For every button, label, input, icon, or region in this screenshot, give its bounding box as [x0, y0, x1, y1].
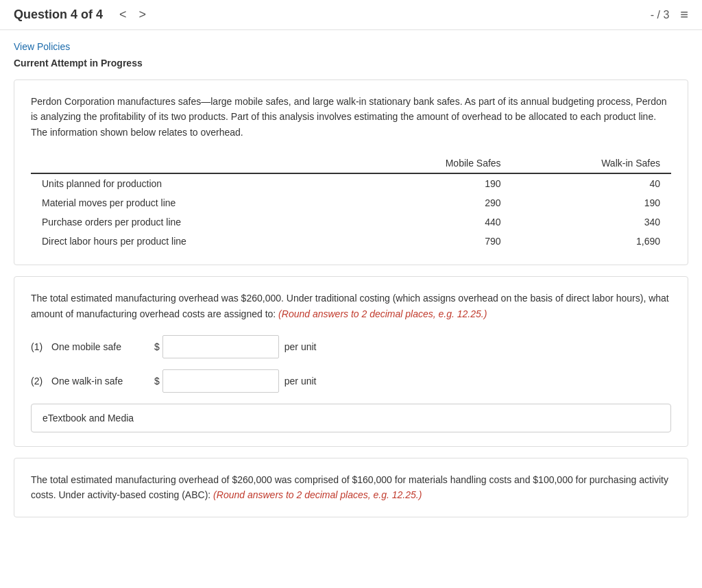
- question-3-text: The total estimated manufacturing overhe…: [31, 472, 671, 503]
- row-label: Units planned for production: [31, 173, 359, 193]
- answer-2-num: (2): [31, 376, 51, 387]
- row-label: Direct labor hours per product line: [31, 232, 359, 251]
- row-label: Material moves per product line: [31, 193, 359, 212]
- answer-2-label: One walk-in safe: [51, 376, 154, 387]
- view-policies-link[interactable]: View Policies: [14, 41, 688, 52]
- table-row: Material moves per product line 290 190: [31, 193, 671, 212]
- score-display: - / 3: [651, 9, 670, 21]
- prev-button[interactable]: <: [117, 8, 130, 22]
- question-2-round: (Round answers to 2 decimal places, e.g.…: [278, 308, 487, 319]
- row-mobile: 190: [359, 173, 512, 193]
- col1-header: Mobile Safes: [359, 154, 512, 173]
- page-header: Question 4 of 4 < > - / 3 ≡: [0, 0, 702, 30]
- row-walkin: 40: [512, 173, 671, 193]
- col2-header: Walk-in Safes: [512, 154, 671, 173]
- answer-2-per-unit: per unit: [285, 376, 317, 387]
- navigation-arrows: < >: [117, 8, 149, 22]
- question-2-text: The total estimated manufacturing overhe…: [31, 291, 671, 321]
- next-button[interactable]: >: [136, 8, 149, 22]
- row-mobile: 440: [359, 212, 512, 232]
- list-icon[interactable]: ≡: [680, 7, 688, 23]
- question-card-3: The total estimated manufacturing overhe…: [14, 458, 688, 517]
- answer-1-per-unit: per unit: [285, 341, 317, 352]
- answer-row-2: (2) One walk-in safe $ per unit: [31, 369, 671, 393]
- answer-2-input[interactable]: [162, 369, 279, 393]
- table-row: Purchase orders per product line 440 340: [31, 212, 671, 232]
- row-mobile: 790: [359, 232, 512, 251]
- page-content: View Policies Current Attempt in Progres…: [0, 30, 702, 539]
- problem-text: Perdon Corporation manufactures safes—la…: [31, 94, 671, 140]
- current-attempt-label: Current Attempt in Progress: [14, 58, 688, 69]
- problem-card: Perdon Corporation manufactures safes—la…: [14, 79, 688, 265]
- row-walkin: 190: [512, 193, 671, 212]
- data-table: Mobile Safes Walk-in Safes Units planned…: [31, 154, 671, 251]
- row-label: Purchase orders per product line: [31, 212, 359, 232]
- question-title: Question 4 of 4: [14, 8, 103, 22]
- row-walkin: 1,690: [512, 232, 671, 251]
- answer-1-input[interactable]: [162, 335, 279, 358]
- row-walkin: 340: [512, 212, 671, 232]
- row-mobile: 290: [359, 193, 512, 212]
- answer-2-dollar: $: [154, 376, 160, 387]
- answer-1-num: (1): [31, 341, 51, 352]
- etextbook-button[interactable]: eTextbook and Media: [31, 404, 671, 432]
- question-3-round: (Round answers to 2 decimal places, e.g.…: [213, 489, 422, 500]
- question-card-2: The total estimated manufacturing overhe…: [14, 276, 688, 447]
- answer-row-1: (1) One mobile safe $ per unit: [31, 335, 671, 358]
- answer-1-label: One mobile safe: [51, 341, 154, 352]
- table-row: Units planned for production 190 40: [31, 173, 671, 193]
- answer-1-dollar: $: [154, 341, 160, 352]
- header-right: - / 3 ≡: [651, 7, 688, 23]
- table-row: Direct labor hours per product line 790 …: [31, 232, 671, 251]
